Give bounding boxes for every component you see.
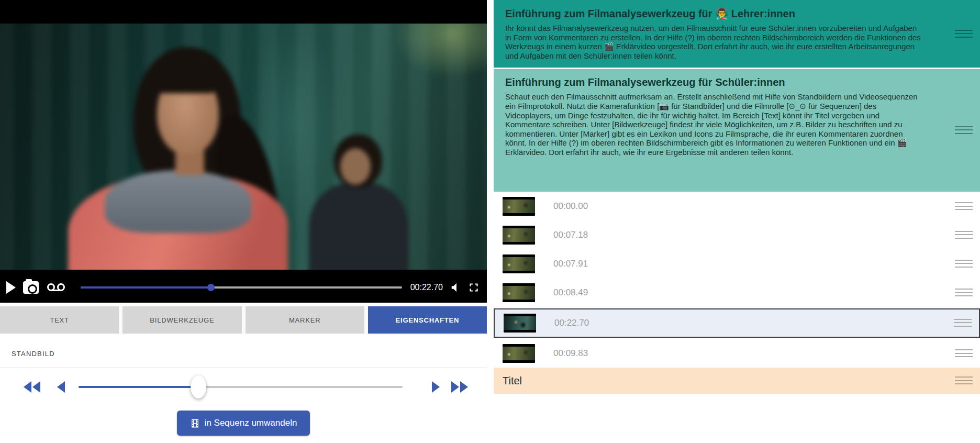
comment-title: Einführung zum Filmanalysewerkzeug für S…	[505, 76, 922, 88]
title-entry-row[interactable]: Titel	[494, 368, 980, 394]
title-entry-label: Titel	[503, 375, 522, 387]
frame-slider-fill	[79, 386, 198, 388]
drag-handle-icon[interactable]	[955, 289, 973, 297]
timeline-row[interactable]: 00:00.00	[494, 192, 980, 220]
fast-rewind-icon[interactable]	[24, 381, 40, 393]
current-time-label: 00:22.70	[410, 283, 443, 292]
drag-handle-icon[interactable]	[955, 202, 973, 211]
video-scene-art	[0, 24, 487, 270]
video-thumbnail[interactable]	[503, 226, 535, 245]
next-frame-icon[interactable]	[432, 381, 440, 393]
player-controls-bar: 00:22.70	[0, 272, 487, 303]
drag-handle-icon[interactable]	[955, 231, 973, 239]
timestamp-label: 00:07.18	[553, 230, 588, 240]
comment-body: Ihr könnt das Filmanalysewerkzeug nutzen…	[505, 24, 922, 60]
timestamp-label: 00:22.70	[554, 318, 589, 328]
fullscreen-icon[interactable]	[467, 281, 481, 294]
standbild-section-label: STANDBILD	[12, 350, 55, 358]
timestamp-label: 00:09.83	[553, 348, 588, 359]
comment-body: Schaut euch den Filmausschnitt aufmerksa…	[505, 92, 922, 157]
video-thumbnail[interactable]	[504, 314, 536, 333]
tool-tabs: TEXT BILDWERKZEUGE MARKER EIGENSCHAFTEN	[0, 306, 487, 334]
frame-slider[interactable]	[79, 386, 403, 388]
previous-frame-icon[interactable]	[57, 381, 65, 393]
play-icon[interactable]	[6, 281, 16, 294]
video-progress-bar[interactable]	[81, 286, 402, 289]
video-frame	[0, 24, 487, 270]
panel-gap	[487, 0, 494, 443]
convert-button-label: in Sequenz umwandeln	[205, 418, 297, 428]
tab-bildwerkzeuge[interactable]: BILDWERKZEUGE	[122, 306, 241, 334]
frame-slider-row	[0, 375, 487, 399]
comment-card-teachers[interactable]: Einführung zum Filmanalysewerkzeug für 👨…	[494, 0, 980, 68]
video-thumbnail[interactable]	[503, 197, 535, 216]
video-thumbnail[interactable]	[503, 254, 535, 273]
volume-icon[interactable]	[450, 282, 462, 293]
timeline-row[interactable]: 00:08.49	[494, 278, 980, 307]
video-thumbnail[interactable]	[503, 283, 535, 302]
drag-handle-icon[interactable]	[954, 319, 972, 327]
filmstrip-icon	[190, 418, 200, 428]
timestamp-label: 00:00.00	[553, 201, 588, 212]
tab-eigenschaften[interactable]: EIGENSCHAFTEN	[368, 306, 487, 334]
timestamp-label: 00:08.49	[553, 287, 588, 298]
film-analysis-tool: 00:22.70 TEXT BILDWERKZEUGE MARKER EIGEN…	[0, 0, 980, 443]
fast-forward-icon[interactable]	[451, 381, 468, 393]
video-viewport[interactable]	[0, 0, 487, 272]
tab-marker[interactable]: MARKER	[246, 306, 364, 334]
convert-to-sequence-button[interactable]: in Sequenz umwandeln	[177, 411, 310, 436]
comments-timeline-panel: Einführung zum Filmanalysewerkzeug für 👨…	[494, 0, 980, 443]
section-divider	[0, 368, 487, 368]
drag-handle-icon[interactable]	[955, 30, 973, 38]
timeline-row[interactable]: 00:07.18	[494, 220, 980, 249]
timeline-row[interactable]: 00:09.83	[494, 339, 980, 368]
camera-snapshot-icon[interactable]	[23, 281, 39, 294]
timeline-row[interactable]: 00:07.91	[494, 249, 980, 278]
video-thumbnail[interactable]	[503, 344, 535, 363]
tab-text[interactable]: TEXT	[0, 306, 119, 334]
timeline-row-selected[interactable]: 00:22.70	[494, 308, 980, 338]
comment-title: Einführung zum Filmanalysewerkzeug für 👨…	[505, 7, 922, 20]
timestamp-label: 00:07.91	[553, 259, 588, 269]
comment-card-students[interactable]: Einführung zum Filmanalysewerkzeug für S…	[494, 69, 980, 192]
progress-knob[interactable]	[207, 284, 215, 291]
drag-handle-icon[interactable]	[955, 349, 973, 358]
drag-handle-icon[interactable]	[955, 260, 973, 268]
sequence-record-icon[interactable]	[47, 283, 65, 292]
drag-handle-icon[interactable]	[955, 376, 973, 385]
frame-slider-knob[interactable]	[191, 375, 206, 398]
drag-handle-icon[interactable]	[955, 126, 973, 135]
progress-fill	[81, 286, 211, 289]
video-player-panel: 00:22.70 TEXT BILDWERKZEUGE MARKER EIGEN…	[0, 0, 487, 443]
